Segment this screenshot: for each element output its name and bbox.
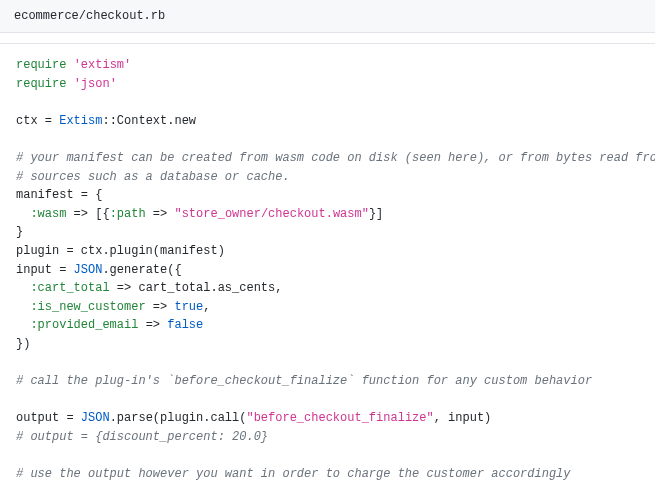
- code-text: manifest = {: [16, 188, 102, 202]
- code-bool: false: [167, 318, 203, 332]
- code-sym: :is_new_customer: [30, 300, 145, 314]
- file-path: ecommerce/checkout.rb: [14, 9, 165, 23]
- code-text: =>: [146, 300, 175, 314]
- code-comment: # output = {discount_percent: 20.0}: [16, 430, 268, 444]
- code-text: => cart_total.as_cents,: [110, 281, 283, 295]
- code-comment: # call the plug-in's `before_checkout_fi…: [16, 374, 592, 388]
- code-sym: :cart_total: [30, 281, 109, 295]
- code-text: =>: [146, 207, 175, 221]
- code-comment: # sources such as a database or cache.: [16, 170, 290, 184]
- code-text: =>: [138, 318, 167, 332]
- code-kw: require: [16, 58, 66, 72]
- code-str: "before_checkout_finalize": [246, 411, 433, 425]
- code-comment: # your manifest can be created from wasm…: [16, 151, 655, 165]
- code-str: 'extism': [74, 58, 132, 72]
- code-text: }: [16, 225, 23, 239]
- code-sym: :path: [110, 207, 146, 221]
- code-text: ::Context.new: [102, 114, 196, 128]
- code-text: input =: [16, 263, 74, 277]
- code-kw: require: [16, 77, 66, 91]
- code-text: }): [16, 337, 30, 351]
- code-text: .parse(plugin.call(: [110, 411, 247, 425]
- code-bool: true: [174, 300, 203, 314]
- code-const: Extism: [59, 114, 102, 128]
- code-text: ,: [203, 300, 210, 314]
- code-const: JSON: [81, 411, 110, 425]
- code-text: .generate({: [102, 263, 181, 277]
- code-sym: :wasm: [30, 207, 66, 221]
- code-text: ctx =: [16, 114, 59, 128]
- code-text: }]: [369, 207, 383, 221]
- code-str: "store_owner/checkout.wasm": [174, 207, 368, 221]
- code-text: output =: [16, 411, 81, 425]
- code-text: => [{: [66, 207, 109, 221]
- file-header: ecommerce/checkout.rb: [0, 0, 655, 33]
- code-text: plugin = ctx.plugin(manifest): [16, 244, 225, 258]
- code-sym: :provided_email: [30, 318, 138, 332]
- code-const: JSON: [74, 263, 103, 277]
- code-block: require 'extism' require 'json' ctx = Ex…: [0, 43, 655, 502]
- code-text: , input): [434, 411, 492, 425]
- code-comment: # use the output however you want in ord…: [16, 467, 571, 481]
- code-str: 'json': [74, 77, 117, 91]
